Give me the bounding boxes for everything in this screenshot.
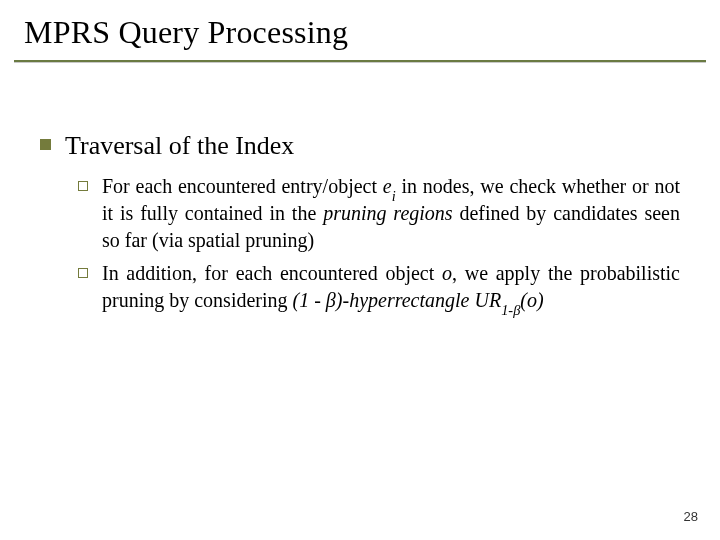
text-fragment: ) [537,289,544,311]
section-heading-row: Traversal of the Index [40,130,680,163]
text-fragment: For each encountered entry/object [102,175,383,197]
var-letter: e [383,175,392,197]
hollow-square-bullet-icon [78,268,88,278]
list-item-text: In addition, for each encountered object… [102,260,680,314]
title-underline-shadow [14,62,706,63]
variable-o: o [527,289,537,311]
slide-title: MPRS Query Processing [24,14,348,51]
list-item-text: For each encountered entry/object ei in … [102,173,680,254]
list-item: In addition, for each encountered object… [78,260,680,314]
list-item: For each encountered entry/object ei in … [78,173,680,254]
slide: MPRS Query Processing Traversal of the I… [0,0,720,540]
beta-symbol: β [513,302,520,318]
subbullets: For each encountered entry/object ei in … [78,173,680,314]
variable-e: ei [383,175,396,197]
page-number: 28 [684,509,698,524]
ur-subscript: 1-β [501,302,520,318]
text-fragment: (1 - [293,289,326,311]
variable-o: o [442,262,452,284]
beta-symbol: β [326,289,336,311]
slide-body: Traversal of the Index For each encounte… [40,130,680,320]
pruning-regions-phrase: pruning regions [323,202,452,224]
hyperrectangle-phrase: (1 - β)-hyperrectangle UR1-β(o) [293,289,544,311]
text-fragment: 1- [501,302,513,318]
text-fragment: )-hyperrectangle UR [336,289,501,311]
section-heading: Traversal of the Index [65,130,294,163]
square-bullet-icon [40,139,51,150]
hollow-square-bullet-icon [78,181,88,191]
var-subscript: i [392,188,396,204]
text-fragment: ( [520,289,527,311]
text-fragment: In addition, for each encountered object [102,262,442,284]
